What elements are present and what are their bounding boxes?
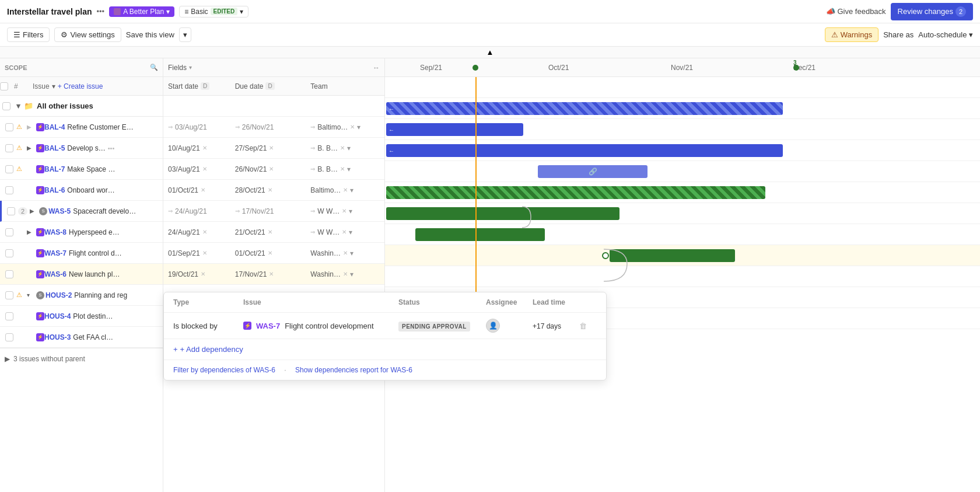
row-title-was8[interactable]: Hyperspeed e… <box>69 228 120 236</box>
expand-bal5[interactable]: ▶ <box>27 145 36 151</box>
dep-assignee-col: 👤 <box>486 319 533 333</box>
auto-schedule-button[interactable]: Auto-schedule ▾ <box>918 30 973 39</box>
filter-deps-link[interactable]: Filter by dependencies of WAS-6 <box>173 366 275 374</box>
review-changes-button[interactable]: Review changes 2 <box>891 3 973 20</box>
clear-start-bal7[interactable]: ✕ <box>202 166 207 172</box>
bar-bal4[interactable]: ← <box>386 102 783 115</box>
bar-bal5[interactable]: ← <box>386 123 523 136</box>
bar-was5[interactable] <box>386 186 765 199</box>
warnings-button[interactable]: ⚠ Warnings <box>825 27 878 42</box>
bar-arrow-bal5: ← <box>388 127 394 133</box>
row-check-was5[interactable] <box>4 207 18 215</box>
row-check-was8[interactable] <box>2 228 16 236</box>
bar-bal6[interactable]: 🔗 <box>538 165 648 178</box>
clear-due-bal5[interactable]: ✕ <box>269 145 274 151</box>
row-title-was7[interactable]: Flight control d… <box>69 249 122 257</box>
more-options-btn[interactable]: ••• <box>97 7 105 16</box>
fields-and-gantt: Fields ▾ ↔ Start date D Due date D <box>163 58 980 492</box>
create-issue-btn[interactable]: + Create issue <box>58 82 103 90</box>
clear-team-bal5[interactable]: ✕ <box>340 145 345 151</box>
bar-was7[interactable] <box>415 228 545 241</box>
collapse-handle[interactable]: ▲ <box>0 47 980 58</box>
expand-arrows-icon[interactable]: ↔ <box>373 64 380 72</box>
row-check-hous4[interactable] <box>2 312 16 320</box>
team-chevron-was8[interactable]: ▾ <box>349 228 352 236</box>
row-check-hous2[interactable] <box>2 291 16 299</box>
start-was8: 24/Aug/21 ✕ <box>163 228 230 236</box>
row-check-bal6[interactable] <box>2 186 16 194</box>
row-title-bal4[interactable]: Refine Customer E… <box>67 123 133 131</box>
add-dependency-btn[interactable]: + + Add dependency <box>164 339 606 360</box>
clear-start-was6[interactable]: ✕ <box>201 271 205 277</box>
search-icon[interactable]: 🔍 <box>150 64 158 71</box>
issue-sort-icon[interactable]: ▾ <box>52 82 55 90</box>
row-title-bal7[interactable]: Make Space … <box>67 165 115 173</box>
row-title-bal6[interactable]: Onboard wor… <box>67 186 114 194</box>
group-check[interactable] <box>2 102 16 110</box>
row-check-bal5[interactable] <box>2 144 16 152</box>
clear-team-was5[interactable]: ✕ <box>342 208 346 214</box>
team-chevron-bal7[interactable]: ▾ <box>347 165 351 173</box>
row-title-hous3[interactable]: Get FAA cl… <box>73 333 113 341</box>
clear-team-was7[interactable]: ✕ <box>343 250 348 256</box>
clear-start-was7[interactable]: ✕ <box>202 250 207 256</box>
clear-due-was6[interactable]: ✕ <box>269 271 274 277</box>
team-chevron-was6[interactable]: ▾ <box>350 270 354 278</box>
expand-was8[interactable]: ▶ <box>27 229 36 235</box>
issues-without-parent[interactable]: ▶ 3 issues without parent <box>0 348 163 369</box>
row-id-was5: WAS-5 <box>48 207 71 215</box>
row-title-was5[interactable]: Spacecraft develo… <box>73 207 136 215</box>
expand-bal4[interactable]: ▶ <box>27 124 36 130</box>
row-title-hous4[interactable]: Plot destin… <box>73 312 113 320</box>
clear-start-bal5[interactable]: ✕ <box>202 145 207 151</box>
more-bal5[interactable]: ••• <box>108 145 115 152</box>
clear-due-was7[interactable]: ✕ <box>268 250 272 256</box>
row-title-bal5[interactable]: Develop s… <box>67 144 105 152</box>
clear-due-bal7[interactable]: ✕ <box>269 166 274 172</box>
clear-due-was8[interactable]: ✕ <box>268 229 272 235</box>
group-collapse-icon[interactable]: ▾ <box>16 102 20 110</box>
team-chevron-was5[interactable]: ▾ <box>349 207 352 215</box>
row-check-was7[interactable] <box>2 249 16 257</box>
clear-team-bal6[interactable]: ✕ <box>343 187 348 193</box>
row-check-bal7[interactable] <box>2 165 16 173</box>
delete-dep-btn[interactable]: 🗑 <box>579 322 587 330</box>
share-as-button[interactable]: Share as <box>883 30 914 39</box>
clear-due-bal6[interactable]: ✕ <box>268 187 272 193</box>
row-title-was6[interactable]: New launch pl… <box>69 270 120 278</box>
save-view-button[interactable]: Save this view <box>126 30 174 39</box>
clear-team-bal4[interactable]: ✕ <box>350 124 355 130</box>
fields-chevron[interactable]: ▾ <box>189 64 192 71</box>
row-title-hous2[interactable]: Planning and reg <box>74 291 127 299</box>
row-check-hous3[interactable] <box>2 333 16 341</box>
team-chevron-bal4[interactable]: ▾ <box>357 123 360 131</box>
feedback-button[interactable]: 📣 Give feedback <box>826 7 886 16</box>
select-all-check[interactable] <box>0 82 14 90</box>
filters-button[interactable]: ☰ Filters <box>7 27 50 42</box>
row-check-was6[interactable] <box>2 270 16 278</box>
bar-was8[interactable] <box>386 207 620 220</box>
bar-was6[interactable] <box>610 249 735 262</box>
hash-col: # <box>14 82 28 90</box>
row-check-bal4[interactable] <box>2 123 16 131</box>
clear-start-bal6[interactable]: ✕ <box>201 187 205 193</box>
view-badge[interactable]: ≡ Basic EDITED ▾ <box>179 6 249 18</box>
expand-was5[interactable]: ▶ <box>30 208 39 214</box>
team-chevron-bal6[interactable]: ▾ <box>350 186 354 194</box>
bar-bal7[interactable]: ← <box>386 144 783 157</box>
plan-badge[interactable]: A Better Plan ▾ <box>109 6 174 17</box>
clear-start-was8[interactable]: ✕ <box>202 229 207 235</box>
expand-hous2[interactable]: ▾ <box>27 292 36 298</box>
filters-label: Filters <box>23 30 43 39</box>
show-report-link[interactable]: Show dependencies report for WAS-6 <box>295 366 412 374</box>
clear-team-bal7[interactable]: ✕ <box>340 166 345 172</box>
team-chevron-bal5[interactable]: ▾ <box>347 144 351 152</box>
issue-type-icon-hous3: ⚡ <box>36 333 44 341</box>
team-chevron-was7[interactable]: ▾ <box>350 249 354 257</box>
clear-team-was6[interactable]: ✕ <box>343 271 348 277</box>
view-settings-button[interactable]: ⚙ View settings <box>54 27 121 42</box>
clear-team-was8[interactable]: ✕ <box>342 229 346 235</box>
due-bal5: 27/Sep/21 ✕ <box>230 144 306 152</box>
due-bal6: 28/Oct/21 ✕ <box>230 186 306 194</box>
save-view-dropdown[interactable]: ▾ <box>179 27 191 42</box>
